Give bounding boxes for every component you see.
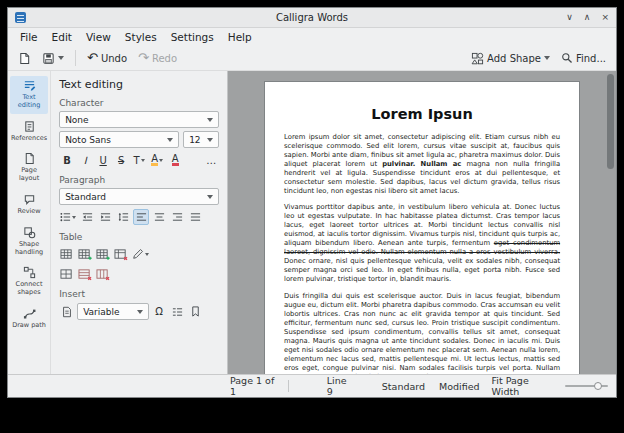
align-right-button[interactable] [169,209,185,225]
align-justify-button[interactable] [187,209,203,225]
chevron-down-icon [207,118,213,122]
align-center-button[interactable] [151,209,167,225]
table-row-2 [59,266,219,282]
tab-label: Draw path [12,322,46,330]
bookmark-button[interactable] [187,304,203,320]
insert-table-button[interactable] [59,246,75,262]
menubar: File Edit View Styles Settings Help [8,28,616,46]
variable-select[interactable]: Variable [77,303,149,320]
vertical-scrollbar[interactable] [607,74,614,169]
zoom-slider[interactable] [565,380,608,392]
superscript-subscript-button[interactable]: T [131,152,147,168]
tab-page-layout[interactable]: Page layout [10,149,48,187]
paragraph: Duis fringilla dui quis est scelerisque … [284,292,560,375]
split-cells-button[interactable] [59,266,75,282]
zoom-slider-handle[interactable] [594,382,602,390]
increase-indent-button[interactable] [97,209,113,225]
style-indicator[interactable]: Standard [382,381,425,392]
connect-shapes-icon [23,266,36,279]
underline-button[interactable]: U [95,152,111,168]
titlebar: Calligra Words ∨ ∧ × [8,8,616,28]
bold-button[interactable]: B [59,152,75,168]
paragraph-style-select[interactable]: Standard [59,188,219,205]
tab-label: Review [17,208,40,216]
add-shape-icon [471,52,484,65]
find-button[interactable]: Find... [558,50,609,66]
insert-row-button[interactable] [77,246,93,262]
font-color-icon: A [172,154,179,166]
table-of-contents-button[interactable] [169,304,185,320]
delete-row-button[interactable] [77,266,93,282]
more-character-options-button[interactable]: … [203,152,219,168]
undo-label: Undo [101,53,127,64]
add-shape-chevron-icon [544,56,550,60]
tab-shape-handling[interactable]: Shape handling [10,223,48,261]
chevron-down-icon [137,310,143,314]
draw-path-icon [23,307,36,320]
align-left-button[interactable] [133,209,149,225]
font-size-value: 12 [189,135,200,145]
menu-edit[interactable]: Edit [45,30,79,44]
menu-view[interactable]: View [79,30,118,44]
highlight-color-button[interactable]: A [149,152,165,168]
text-run: Duis fringilla dui quis est scelerisque … [284,292,560,375]
undo-button[interactable]: ↶ Undo [84,50,130,66]
font-color-button[interactable]: A [167,152,183,168]
merge-cells-button[interactable] [113,246,129,262]
page-layout-icon [23,152,36,165]
menu-file[interactable]: File [13,30,45,44]
toolbar: ↶ Undo ↷ Redo Add Shape Find... [8,46,616,71]
italic-button[interactable]: I [77,152,93,168]
font-size-select[interactable]: 12 [183,131,219,148]
table-row-1 [59,246,219,262]
zoom-mode-select[interactable]: Fit Page Width [492,375,555,397]
character-style-select[interactable]: None [59,111,219,128]
insert-note-button[interactable] [59,304,75,320]
tab-text-editing[interactable]: Text editing [10,76,48,114]
menu-help[interactable]: Help [221,30,259,44]
tab-review[interactable]: Review [10,190,48,220]
table-border-pen-button[interactable] [131,246,150,262]
list-style-button[interactable] [59,209,77,225]
menu-settings[interactable]: Settings [164,30,221,44]
save-dropdown-icon[interactable] [58,56,64,60]
paragraph: Lorem ipsum dolor sit amet, consectetur … [284,133,560,196]
decrease-indent-button[interactable] [79,209,95,225]
add-shape-button[interactable]: Add Shape [468,50,553,67]
tab-connect-shapes[interactable]: Connect shapes [10,263,48,301]
line-spacing-button[interactable] [115,209,131,225]
character-section-label: Character [59,98,219,108]
text-editing-docker: Text editing Character None Noto Sans 12… [50,71,228,374]
toolbar-separator [75,50,76,66]
insert-row: Variable Ω [59,303,219,320]
menu-styles[interactable]: Styles [118,30,164,44]
review-icon [23,193,36,206]
redo-icon: ↷ [138,52,149,64]
redo-button[interactable]: ↷ Redo [135,50,180,66]
variable-value: Variable [83,307,119,317]
chevron-down-icon [207,195,213,199]
tab-draw-path[interactable]: Draw path [10,304,48,334]
insert-section-label: Insert [59,289,219,299]
special-character-button[interactable]: Ω [151,304,167,320]
font-family-select[interactable]: Noto Sans [59,131,179,148]
references-icon [23,120,36,133]
insert-column-button[interactable] [95,246,111,262]
minimize-button[interactable]: ∨ [566,8,573,27]
maximize-button[interactable]: ∧ [584,8,591,27]
tab-references[interactable]: References [10,117,48,147]
close-button[interactable]: × [601,8,609,27]
statusbar-separator [288,380,289,392]
delete-column-button[interactable] [95,266,111,282]
new-document-button[interactable] [15,50,34,67]
statusbar: Page 1 of 1 Line 9 Standard Modified Fit… [8,374,616,397]
undo-icon: ↶ [87,52,98,64]
save-button[interactable] [39,50,67,67]
paragraph-style-value: Standard [65,192,106,202]
new-document-icon [18,52,31,65]
document-canvas[interactable]: Lorem Ipsun Lorem ipsum dolor sit amet, … [228,71,616,374]
bold-text-run: pulvinar. Nullam ac [382,160,461,168]
strikethrough-button[interactable]: S [113,152,129,168]
document-page[interactable]: Lorem Ipsun Lorem ipsum dolor sit amet, … [264,81,580,374]
paragraph-section-label: Paragraph [59,175,219,185]
